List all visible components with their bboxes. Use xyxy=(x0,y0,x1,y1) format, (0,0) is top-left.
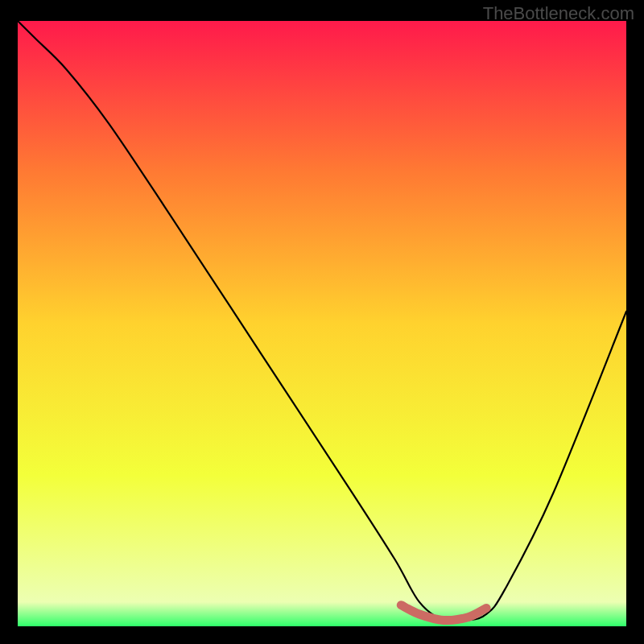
chart-svg xyxy=(18,21,626,626)
watermark-text: TheBottleneck.com xyxy=(483,3,634,24)
chart-canvas xyxy=(18,21,626,626)
chart-frame: TheBottleneck.com xyxy=(0,0,644,644)
heat-background xyxy=(18,21,626,626)
